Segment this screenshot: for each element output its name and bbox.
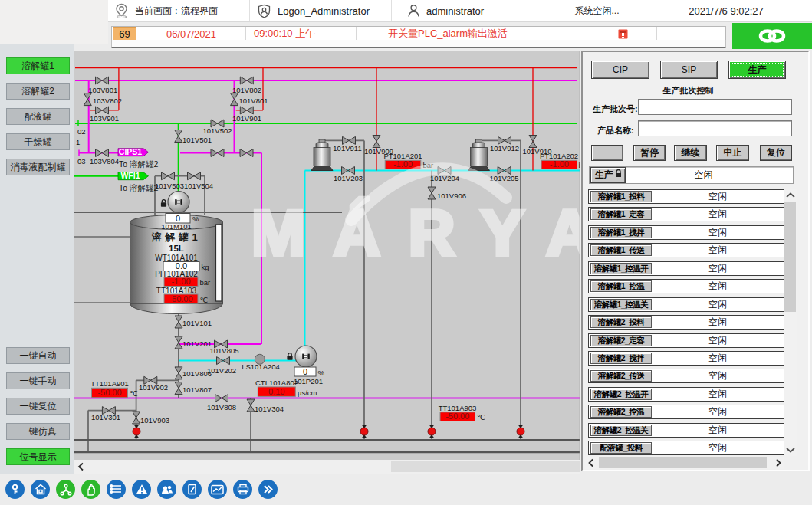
svg-text:CTL101A802: CTL101A802 bbox=[255, 379, 298, 387]
svg-text:-1.00: -1.00 bbox=[550, 159, 569, 169]
svg-text:101V806: 101V806 bbox=[182, 369, 212, 378]
svg-text:101V201: 101V201 bbox=[182, 339, 212, 348]
svg-text:15L: 15L bbox=[169, 244, 184, 253]
svg-text:溶解罐1: 溶解罐1 bbox=[151, 231, 201, 243]
svg-text:101P201: 101P201 bbox=[294, 377, 323, 385]
svg-text:LS101A204: LS101A204 bbox=[242, 362, 280, 371]
svg-text:101V802: 101V802 bbox=[232, 86, 261, 94]
svg-text:101V801: 101V801 bbox=[239, 97, 268, 105]
svg-text:To 溶解罐2: To 溶解罐2 bbox=[119, 159, 159, 169]
svg-text:0: 0 bbox=[176, 214, 180, 223]
svg-text:℃: ℃ bbox=[200, 296, 209, 304]
svg-text:101V911: 101V911 bbox=[333, 144, 361, 152]
svg-text:101V101: 101V101 bbox=[182, 319, 212, 327]
svg-text:101V903: 101V903 bbox=[140, 416, 169, 425]
svg-text:-1.00: -1.00 bbox=[171, 277, 190, 286]
svg-text:kg: kg bbox=[202, 263, 209, 271]
svg-text:103V901: 103V901 bbox=[90, 114, 119, 123]
svg-text:-50.00: -50.00 bbox=[97, 388, 121, 397]
svg-text:-1.00: -1.00 bbox=[393, 159, 413, 169]
svg-text:02: 02 bbox=[77, 127, 86, 136]
svg-text:CIPS1: CIPS1 bbox=[119, 147, 143, 156]
svg-text:-50.00: -50.00 bbox=[445, 412, 469, 421]
svg-text:PIT101A102: PIT101A102 bbox=[155, 270, 198, 278]
svg-text:%: % bbox=[192, 215, 199, 223]
svg-text:101V901: 101V901 bbox=[232, 114, 261, 123]
svg-text:103V802: 103V802 bbox=[93, 97, 122, 105]
svg-text:101V503101V504: 101V503101V504 bbox=[155, 182, 213, 190]
svg-text:101M101: 101M101 bbox=[161, 222, 192, 231]
svg-text:101V805: 101V805 bbox=[209, 346, 238, 355]
svg-text:101V501: 101V501 bbox=[182, 136, 212, 144]
svg-text:TT101A103: TT101A103 bbox=[156, 287, 197, 295]
svg-text:bar: bar bbox=[200, 278, 211, 287]
svg-text:0: 0 bbox=[303, 367, 307, 376]
svg-text:%: % bbox=[318, 369, 325, 377]
svg-text:MÁRYA: MÁRYA bbox=[251, 197, 580, 269]
svg-text:101V304: 101V304 bbox=[255, 405, 284, 413]
svg-text:PT101A202: PT101A202 bbox=[540, 152, 578, 160]
svg-text:TT101A901: TT101A901 bbox=[90, 379, 129, 388]
svg-text:103V801: 103V801 bbox=[88, 86, 117, 94]
svg-text:PT101A201: PT101A201 bbox=[383, 152, 422, 160]
svg-text:℃: ℃ bbox=[130, 389, 138, 398]
svg-text:µs/cm: µs/cm bbox=[298, 389, 317, 397]
svg-text:103V804: 103V804 bbox=[90, 157, 119, 166]
svg-text:03: 03 bbox=[77, 157, 86, 166]
svg-text:0.10: 0.10 bbox=[268, 387, 284, 396]
svg-text:WFI1: WFI1 bbox=[120, 171, 140, 180]
svg-text:-50.00: -50.00 bbox=[169, 294, 192, 303]
svg-text:101V912: 101V912 bbox=[490, 144, 519, 152]
svg-text:WT101A101: WT101A101 bbox=[155, 254, 198, 262]
svg-text:To 溶解罐2: To 溶解罐2 bbox=[119, 183, 159, 192]
svg-text:TT101A903: TT101A903 bbox=[439, 404, 477, 412]
svg-text:101V502: 101V502 bbox=[202, 126, 232, 135]
svg-text:101V203: 101V203 bbox=[334, 174, 363, 182]
svg-text:℃: ℃ bbox=[477, 413, 485, 421]
svg-text:101V808: 101V808 bbox=[207, 403, 236, 412]
svg-text:101V807: 101V807 bbox=[182, 385, 212, 394]
svg-text:101V902: 101V902 bbox=[139, 383, 168, 392]
svg-text:1: 1 bbox=[76, 138, 80, 146]
svg-text:101V301: 101V301 bbox=[91, 413, 120, 421]
